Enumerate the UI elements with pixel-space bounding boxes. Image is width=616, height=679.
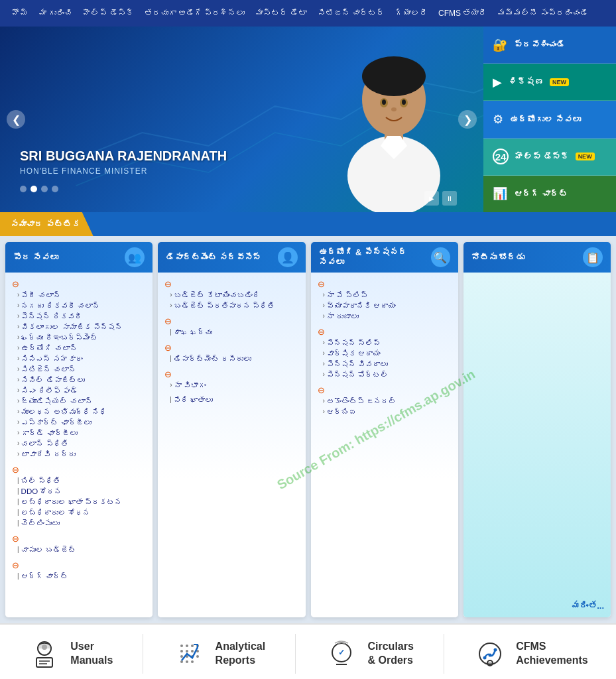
list-item[interactable]: › సిపిఎస్ సహకారం [17,353,146,364]
list-item[interactable]: › పేదీ చలాన్ [17,290,146,300]
list-item[interactable]: › జ్యూడిషియల్ చలాన్ [17,396,146,406]
emp-icon: 🔍 [431,247,450,267]
list-item[interactable]: › నా పే స్లిప్ [323,290,452,300]
tree-toggle-d3[interactable]: ⊖ [164,343,172,353]
hero-right-panel: 🔐 ప్రవేశించండి ▶ శిక్షణ NEW ⚙ ఉద్యోగుల స… [483,27,616,212]
list-item[interactable]: › ఉద్యోగి చలాన్ [17,343,146,353]
panel-item-orgchart[interactable]: 📊 ఆర్గ్ చార్ట్ [483,176,616,212]
user-manuals-line2: Manuals [70,654,113,668]
tree-toggle-4[interactable]: ⊖ [12,560,19,570]
list-item[interactable]: › పెన్షన్ రికవరీ [17,311,146,322]
analytical-reports-text: Analytical Reports [216,640,266,668]
panel-item-login[interactable]: 🔐 ప్రవేశించండి [483,27,616,64]
tree-toggle-d2[interactable]: ⊖ [164,316,172,326]
list-item[interactable]: › పెన్షన్ వివరాలు [323,359,452,369]
tree-toggle-3[interactable]: ⊖ [12,534,19,544]
dot-2[interactable] [31,186,37,192]
list-item[interactable]: | చెల్లింపులు [17,518,146,528]
nav-item-citizencharter[interactable]: సిటిజన్ చార్టర్ [312,9,390,18]
panel-item-helpdesk[interactable]: 24 హెల్ప్ డెస్క్ NEW [483,139,616,176]
svg-point-29 [191,660,194,663]
svg-point-38 [494,648,497,652]
department-services-body: ⊖ › బడ్జెట్ కేటాయించబడింది › బడ్జెట్ ప్ర… [158,273,305,617]
list-item[interactable]: › బడ్జెట్ ప్రతిపాదన స్థితి [170,300,298,311]
footer-cfms-achievements[interactable]: CFMS Achievements [473,637,588,670]
list-item[interactable]: | లబ్ధిదారుల ఖాతా ప్రకటన [17,497,146,507]
list-item[interactable]: › వార్షిక ఆదాయం [323,348,452,359]
list-item[interactable]: › లావాదేవి రద్దు [17,449,146,460]
list-item[interactable]: › సిఎం రిలీఫ్ ఫండ్ [17,385,146,396]
list-item[interactable]: | బిల్ స్థితి [17,475,146,486]
nav-item-faq[interactable]: తరచుగా అడిగే ప్రశ్నలు [139,9,251,18]
list-item[interactable]: › పెన్షన్ పోర్టల్ [323,369,452,380]
panel-item-training[interactable]: ▶ శిక్షణ NEW [483,64,616,101]
dot-3[interactable] [41,186,48,192]
tree-toggle-d4[interactable]: ⊖ [164,369,172,379]
tree-items-2: | బిల్ స్థితి | DDO శోధన | లబ్ధిదారుల ఖా… [12,475,146,528]
svg-point-37 [489,654,492,657]
footer-circulars[interactable]: ✓ Circulars & Orders [325,637,413,670]
list-item[interactable]: › గార్డ్ ఛార్జీలు [17,428,146,438]
tree-toggle-e2[interactable]: ⊖ [318,327,325,337]
list-item[interactable]: | లబ్ధిదారుల శోధన [17,507,146,518]
list-item[interactable]: › నా విభాగం [170,380,298,391]
circulars-icon: ✓ [325,637,358,670]
nav-item-home[interactable]: హోమ్ [7,9,33,18]
hero-prev-button[interactable]: ❮ [7,110,25,129]
employee-icon: ⚙ [493,112,503,127]
list-item[interactable]: › ఆర్బిఐ [323,406,452,417]
list-item[interactable]: › సిటిజెన్ చలాన్ [17,364,146,375]
svg-point-7 [382,99,386,105]
list-item[interactable]: | DDO శోధన [17,486,146,497]
nav-item-masterdata[interactable]: మాస్టర్ డేటా [250,9,312,18]
list-item[interactable]: › నా రుణాలు [323,311,452,322]
dot-1[interactable] [20,186,27,192]
nav-item-about[interactable]: మా గురించి [33,9,78,18]
list-item[interactable]: | చాపుల బడ్జెట్ [17,544,146,555]
notice-board-card: నోటీసు బోర్డు 📋 మరింత... [463,242,611,617]
cfms-achievements-icon [473,637,507,670]
footer-analytical-reports[interactable]: Analytical Reports [173,637,266,670]
list-item[interactable]: › నగదు రికవరీ చలాన్ [17,300,146,311]
list-item[interactable]: › సివిల్ డిపాజిట్లు [17,375,146,385]
employee-pension-card: ఉద్యోగి & పెన్షనర్ సేవలు 🔍 ⊖ › నా పే స్ల… [311,242,458,617]
list-item[interactable]: | ఆర్గ్ చార్ట్ [17,571,146,582]
list-item[interactable]: › వికలాంగుల సామాజిక పెన్షన్ [17,322,146,332]
list-item[interactable]: | డిపార్ట్మెంట్ రసీదులు [170,353,298,364]
tree-toggle-1[interactable]: ⊖ [12,279,19,289]
analytical-reports-icon [173,637,206,670]
nav-item-contact[interactable]: మమ్మల్ని సంప్రదించండి [492,9,593,18]
list-item[interactable]: › ఖర్చు రీఇంబర్స్‌మెంట్ [17,332,146,343]
panel-employee-label: ఉద్యోగుల సేవలు [510,115,581,125]
dot-4[interactable] [52,186,58,192]
pause-button[interactable]: ⏸ [442,191,457,206]
svg-point-14 [42,645,47,650]
nav-item-gallery[interactable]: గ్యాలరీ [390,9,433,18]
tree-toggle-e3[interactable]: ⊖ [318,385,325,395]
hero-next-button[interactable]: ❯ [458,110,477,129]
panel-item-employee[interactable]: ⚙ ఉద్యోగుల సేవలు [483,101,616,138]
notice-board-header: నోటీసు బోర్డు 📋 [463,242,611,273]
list-item[interactable]: › ఎస్కార్ట్ ఛార్జీలు [17,417,146,428]
list-item[interactable]: › చలాన్ స్థితి [17,438,146,449]
tree-toggle-d1[interactable]: ⊖ [164,279,172,289]
news-ticker: సమాచార పట్టిక [0,212,616,236]
list-item[interactable]: | పేది ఖాతాలు [170,395,298,405]
nav-item-cfms[interactable]: CFMS తయారీ [433,9,492,18]
list-item[interactable]: | శాఖ ఖర్చు [170,327,298,338]
tree-toggle-2[interactable]: ⊖ [12,465,19,475]
list-item[interactable]: › పెన్షన్ స్లిప్ [323,338,452,348]
tree-items-3: | చాపుల బడ్జెట్ [12,544,146,555]
circulars-line2: & Orders [367,654,413,668]
more-link[interactable]: మరింత... [470,601,604,611]
citizen-services-body: ⊖ › పేదీ చలాన్ › నగదు రికవరీ చలాన్ › పెన… [5,273,153,617]
play-button[interactable]: ▶ [424,191,439,206]
list-item[interactable]: › మూలధన అభివృద్ధి నిధి [17,406,146,417]
list-item[interactable]: › బడ్జెట్ కేటాయించబడింది [170,290,298,300]
footer: User Manuals [0,623,616,679]
nav-item-helpdesk[interactable]: హెల్ప్ డెస్క్ [78,9,139,18]
footer-user-manuals[interactable]: User Manuals [28,637,113,670]
tree-toggle-e1[interactable]: ⊖ [318,279,325,289]
list-item[interactable]: › అకౌంటెంట్స్ జనరల్ [323,396,452,406]
list-item[interactable]: › వ్యాపారానికి ఆదాయం [323,300,452,311]
